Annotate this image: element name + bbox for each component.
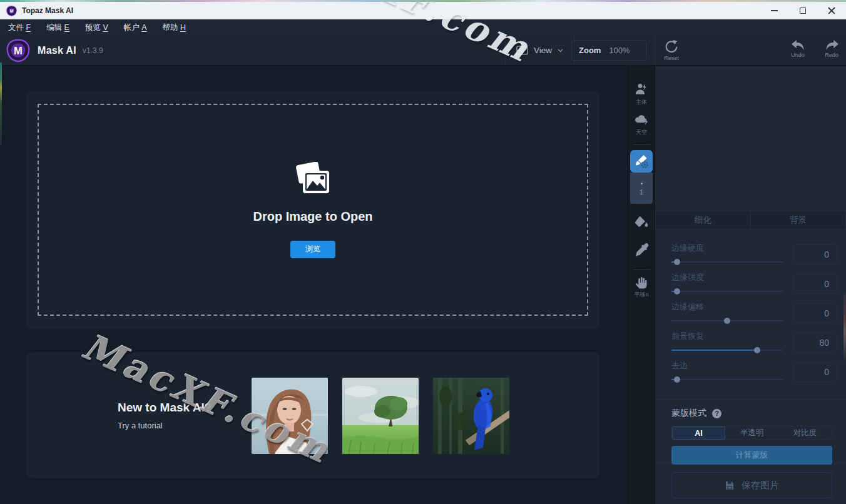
- chevron-down-icon: [638, 49, 639, 53]
- tab-background[interactable]: 背景: [751, 211, 846, 229]
- tree-image: [342, 378, 419, 454]
- slider-value[interactable]: 0: [793, 303, 837, 323]
- maximize-button[interactable]: [788, 2, 817, 19]
- menu-bar: 文件 F编辑 E预览 V帐户 A帮助 H: [0, 19, 846, 36]
- slider-thumb[interactable]: [674, 259, 680, 265]
- hand-icon: [634, 275, 648, 290]
- tutorial-thumb-portrait[interactable]: [252, 378, 328, 454]
- slider-fill: [671, 350, 757, 351]
- mask-mode-segmented: AI半透明对比度: [671, 426, 832, 440]
- eyedropper-icon: [634, 243, 649, 257]
- help-icon[interactable]: ?: [712, 409, 721, 418]
- desktop-edge-right: [843, 294, 846, 363]
- compute-mask-button[interactable]: 计算蒙版: [671, 446, 832, 465]
- mask-mode-option-对比度[interactable]: 对比度: [778, 426, 832, 440]
- subject-tool[interactable]: 主体: [634, 83, 649, 106]
- panel-tabs: 细化 背景: [655, 211, 846, 229]
- brand: M Mask AI v1.3.9: [6, 39, 103, 63]
- view-grid-icon: [516, 46, 528, 55]
- brush-size-value: 1: [640, 188, 643, 196]
- browse-button[interactable]: 浏览: [290, 241, 335, 258]
- slider-thumb[interactable]: [674, 288, 680, 295]
- slider-track[interactable]: [671, 379, 783, 380]
- brush-gear-icon: [634, 154, 649, 169]
- window-title: Topaz Mask AI: [22, 6, 73, 15]
- close-button[interactable]: [817, 2, 846, 19]
- slider-track[interactable]: [671, 261, 783, 263]
- svg-text:M: M: [10, 8, 14, 13]
- minimize-icon: [771, 10, 778, 11]
- mask-mode-section: 蒙版模式 ? AI半透明对比度 计算蒙版: [655, 400, 846, 463]
- subject-tool-label: 主体: [636, 98, 647, 106]
- cloud-bolt-icon: [634, 113, 649, 127]
- view-dropdown[interactable]: View: [505, 36, 574, 65]
- menu-item[interactable]: 文件 F: [8, 23, 31, 33]
- panel-preview-area: [655, 66, 846, 211]
- redo-button[interactable]: Redo: [818, 39, 845, 58]
- undo-button[interactable]: Undo: [784, 39, 812, 58]
- reset-label: Reset: [664, 55, 679, 61]
- redo-icon: [825, 39, 839, 51]
- slider-label: 去边: [671, 360, 783, 371]
- brush-size-indicator[interactable]: 1: [630, 173, 653, 204]
- menu-item[interactable]: 预览 V: [85, 23, 108, 33]
- brush-size-dot: [641, 183, 643, 184]
- redo-label: Redo: [825, 52, 838, 58]
- slider-row: 前景恢复80: [671, 331, 837, 355]
- paint-bucket-icon: [634, 214, 649, 229]
- pan-tool-label: 平移n: [634, 291, 648, 299]
- slider-value[interactable]: 80: [793, 333, 837, 353]
- menu-item[interactable]: 帮助 H: [163, 23, 186, 33]
- save-image-button[interactable]: 保存图片: [671, 472, 832, 498]
- parrot-image: [433, 378, 509, 454]
- mask-mode-option-半透明[interactable]: 半透明: [725, 426, 778, 440]
- slider-label: 前景恢复: [671, 331, 783, 342]
- zoom-dropdown[interactable]: Zoom 100%: [571, 40, 646, 61]
- slider-row: 边缘偏移0: [671, 301, 837, 325]
- slider-thumb[interactable]: [754, 347, 760, 353]
- menu-item[interactable]: 帐户 A: [124, 23, 147, 33]
- brush-tool-selected[interactable]: [630, 150, 653, 173]
- menu-item[interactable]: 编辑 E: [46, 23, 69, 33]
- save-image-label: 保存图片: [742, 480, 779, 491]
- pan-tool[interactable]: 平移n: [634, 275, 648, 299]
- sky-tool[interactable]: 天空: [634, 113, 649, 136]
- tutorial-subheading[interactable]: Try a tutorial: [118, 421, 212, 430]
- fill-tool[interactable]: [634, 214, 649, 229]
- slider-value[interactable]: 0: [793, 244, 837, 265]
- right-panel: 细化 背景 边缘硬度0边缘强度0边缘偏移0前景恢复80去边0 蒙版模式 ? AI…: [655, 66, 846, 504]
- mask-mode-label: 蒙版模式: [671, 408, 706, 419]
- tab-refine[interactable]: 细化: [655, 211, 751, 229]
- tutorial-thumb-tree[interactable]: [342, 378, 419, 454]
- slider-thumb[interactable]: [674, 376, 680, 383]
- save-section: 保存图片: [655, 463, 846, 498]
- slider-track[interactable]: [671, 320, 783, 321]
- eyedropper-tool[interactable]: [634, 243, 649, 257]
- toolbar-divider: [633, 144, 650, 145]
- minimize-button[interactable]: [760, 2, 788, 19]
- chevron-down-icon: [558, 49, 563, 53]
- slider-track[interactable]: [671, 291, 783, 292]
- zoom-value: 100%: [609, 46, 629, 55]
- zoom-label: Zoom: [579, 46, 601, 55]
- mask-mode-option-AI[interactable]: AI: [672, 426, 725, 440]
- slider-row: 边缘硬度0: [671, 243, 837, 266]
- person-bolt-icon: [634, 83, 649, 97]
- tutorial-panel: New to Mask AI? Try a tutorial: [26, 352, 600, 478]
- title-bar: M Topaz Mask AI: [0, 2, 846, 19]
- drop-zone[interactable]: Drop Image to Open 浏览: [38, 104, 588, 316]
- reset-button[interactable]: Reset: [658, 39, 685, 61]
- tutorial-thumb-parrot[interactable]: [433, 378, 509, 454]
- slider-thumb[interactable]: [724, 318, 730, 324]
- header-divider: [655, 36, 655, 65]
- reset-icon: [664, 39, 679, 54]
- drop-title: Drop Image to Open: [253, 209, 372, 224]
- tool-column: 主体 天空 1 平移n: [628, 66, 655, 504]
- desktop-edge-left: [0, 63, 2, 145]
- slider-track[interactable]: [671, 350, 783, 351]
- slider-value[interactable]: 0: [793, 274, 837, 294]
- image-stack-icon: [290, 162, 336, 199]
- slider-label: 边缘硬度: [671, 243, 783, 254]
- slider-section: 边缘硬度0边缘强度0边缘偏移0前景恢复80去边0: [655, 229, 846, 400]
- slider-value[interactable]: 0: [793, 362, 837, 382]
